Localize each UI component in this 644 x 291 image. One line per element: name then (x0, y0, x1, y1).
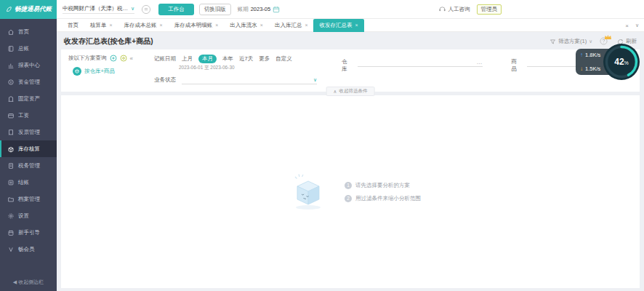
chevron-down-icon: ∨ (131, 6, 134, 12)
add-plan-icon[interactable] (110, 55, 117, 62)
support-link[interactable]: 人工咨询 (438, 5, 470, 13)
sidebar-nav: 首页 总账 报表中心 资金管理 固定资产 工资 发票管理 库存核算 税务管理 结… (0, 19, 57, 291)
query-plan-section: 按以下方案查询 « 按仓库+商品 (68, 55, 138, 84)
tip-number-badge: 2 (345, 195, 352, 202)
account-book-icon[interactable] (141, 4, 151, 15)
collapse-filter-button[interactable]: ∧ 收起筛选条件 (326, 87, 375, 96)
account-period[interactable]: 账期 2023-05 (238, 6, 281, 13)
product-label: 商品 (512, 58, 523, 84)
fixed-asset-icon (7, 95, 15, 103)
tab-in-out-flow[interactable]: 出入库流水 × (224, 19, 269, 32)
tab-label: 首页 (68, 22, 79, 29)
plan-tag-warehouse-product[interactable]: 按仓库+商品 (73, 67, 138, 76)
tab-label: 出入库流水 (230, 22, 257, 29)
sidebar-item-label: 总账 (18, 45, 29, 52)
date-option-custom[interactable]: 自定义 (275, 55, 292, 63)
close-tab-icon[interactable]: × (160, 23, 163, 28)
floating-monitor-widget[interactable]: ↑ 1.8K/s ↓ 1.5K/s 42 % (576, 42, 641, 81)
home-icon (7, 28, 15, 36)
ledger-icon (7, 45, 15, 52)
date-option-this-month[interactable]: 本月 (198, 55, 217, 63)
warehouse-input[interactable]: … (358, 58, 483, 67)
tab-inventory-cost-ledger[interactable]: 库存成本总账 × (118, 19, 169, 32)
guide-icon (7, 229, 15, 236)
date-range-value: 2023-06-01 至 2023-06-30 (179, 65, 326, 71)
tab-list-dropdown-icon[interactable]: ∨ (635, 23, 639, 28)
empty-state: 1 请先选择要分析的方案 2 用过滤条件来缩小分析范围 (288, 172, 421, 212)
report-body: 1 请先选择要分析的方案 2 用过滤条件来缩小分析范围 (61, 95, 640, 288)
close-tab-icon[interactable]: × (260, 23, 263, 28)
main-area: 首页 核算单 × 库存成本总账 × 库存成本明细账 × 出入库流水 × 出入库汇… (57, 19, 644, 291)
sidebar-item-salary[interactable]: 工资 (0, 107, 57, 124)
tab-label: 库存成本明细账 (174, 22, 213, 29)
switch-old-version-button[interactable]: 切换旧版 (199, 4, 231, 15)
upload-arrow-icon: ↑ (580, 52, 583, 58)
app-logo-text: 畅捷通易代账 (15, 5, 52, 14)
tip-text: 请先选择要分析的方案 (355, 182, 410, 189)
chevron-up-icon: ∧ (334, 89, 337, 95)
settings-icon (7, 212, 15, 220)
tab-send-receive-summary[interactable]: 收发存汇总表 × (313, 19, 363, 32)
sidebar-item-label: 固定资产 (18, 95, 40, 103)
sidebar-collapse-label: 收起侧边栏 (18, 279, 44, 284)
sidebar-item-invoice[interactable]: 发票管理 (0, 124, 57, 140)
company-selector[interactable]: 中税网财广泽（天津）税务师事务所有... ∨ (63, 5, 134, 14)
ellipsis-picker-icon[interactable]: … (477, 59, 483, 65)
sidebar-item-home[interactable]: 首页 (0, 23, 57, 40)
progress-ring[interactable]: 42 % (602, 42, 641, 81)
closing-icon (7, 179, 15, 186)
sidebar-item-report-center[interactable]: 报表中心 (0, 57, 57, 73)
app-logo: 畅捷通易代账 (0, 0, 57, 19)
date-filter-section: 记账日期 上月 本月 本年 近7天 更多 自定义 2023-06-01 至 20… (154, 55, 326, 84)
close-tab-icon[interactable]: × (110, 23, 113, 28)
tab-home[interactable]: 首页 (62, 19, 84, 32)
calendar-icon (273, 6, 280, 13)
close-tab-icon[interactable]: × (355, 23, 358, 28)
sidebar-item-tax[interactable]: 税务管理 (0, 157, 57, 174)
sidebar-item-funds[interactable]: 资金管理 (0, 73, 57, 90)
page-title-row: 收发存汇总表(按仓库+商品) 筛选方案(1) ∨ 刷新 (61, 35, 640, 48)
sidebar-collapse-button[interactable]: ◀ 收起侧边栏 (0, 279, 57, 286)
business-status-select[interactable]: ∨ (182, 76, 317, 84)
period-value: 2023-05 (251, 6, 271, 12)
inventory-icon (7, 146, 15, 153)
sidebar-item-label: 畅会员 (18, 246, 35, 253)
empty-tip-1: 1 请先选择要分析的方案 (345, 182, 421, 189)
report-icon (7, 62, 15, 69)
sidebar-item-label: 发票管理 (18, 129, 40, 136)
sidebar-item-fixed-assets[interactable]: 固定资产 (0, 90, 57, 107)
feather-logo-icon (5, 6, 12, 13)
sidebar-item-guide[interactable]: 新手引导 (0, 224, 57, 241)
plan-tag-label: 按仓库+商品 (84, 68, 115, 75)
close-tab-icon[interactable]: × (215, 23, 218, 28)
tab-label: 收发存汇总表 (319, 22, 352, 29)
date-option-this-year[interactable]: 本年 (222, 55, 233, 63)
sidebar-item-general-ledger[interactable]: 总账 (0, 40, 57, 57)
tab-label: 出入库汇总 (275, 22, 302, 29)
sidebar-item-settings[interactable]: 设置 (0, 207, 57, 224)
plan-tag-icon (73, 67, 81, 76)
workbench-button[interactable]: 工作台 (158, 4, 194, 15)
date-option-last-7-days[interactable]: 近7天 (239, 55, 253, 63)
tab-inventory-cost-detail[interactable]: 库存成本明细账 × (169, 19, 225, 32)
sidebar-item-inventory[interactable]: 库存核算 (0, 140, 57, 157)
sidebar-item-archive[interactable]: 档案管理 (0, 191, 57, 207)
tab-label: 核算单 (90, 22, 107, 29)
tab-accounting-doc[interactable]: 核算单 × (84, 19, 118, 32)
tab-in-out-summary[interactable]: 出入库汇总 × (269, 19, 314, 32)
member-icon (7, 246, 15, 253)
percent-value: 42 (614, 57, 624, 67)
date-option-last-month[interactable]: 上月 (182, 55, 193, 63)
collapse-plans-icon[interactable]: « (130, 55, 133, 62)
tabbar-right-controls: × ∨ (625, 19, 639, 32)
date-option-more[interactable]: 更多 (259, 55, 270, 63)
sidebar-item-label: 首页 (18, 28, 29, 36)
sidebar-item-closing[interactable]: 结账 (0, 174, 57, 191)
sidebar-item-member[interactable]: 畅会员 (0, 241, 57, 258)
admin-button[interactable]: 管理员 (477, 4, 502, 15)
sidebar-item-label: 库存核算 (18, 146, 40, 153)
close-tab-icon[interactable]: × (305, 23, 307, 28)
plan-settings-icon[interactable] (120, 55, 127, 62)
funds-icon (7, 79, 15, 86)
close-all-tabs-icon[interactable]: × (625, 23, 629, 29)
